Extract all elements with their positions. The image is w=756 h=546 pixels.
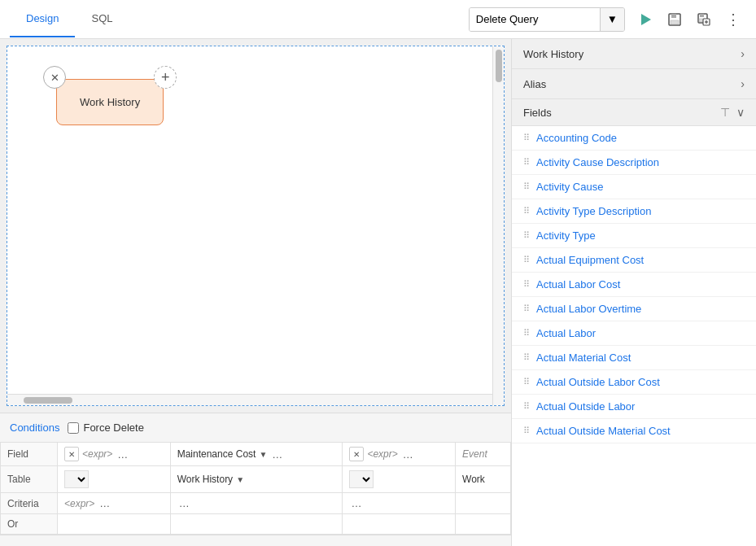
field-item-label: Actual Outside Labor Cost	[536, 376, 660, 388]
criteria-cell-1: <expr> …	[58, 493, 171, 514]
run-icon	[638, 12, 653, 27]
list-item[interactable]: ⠿ Accounting Code	[512, 126, 756, 151]
list-item[interactable]: ⠿ Actual Outside Labor	[512, 395, 756, 419]
field-cell-3: ✕ <expr> …	[343, 443, 456, 466]
svg-rect-5	[700, 14, 704, 17]
save-icon	[667, 12, 682, 27]
save-as-icon	[697, 12, 711, 27]
table-select-1[interactable]	[64, 470, 89, 488]
toolbar-icons: ⋮	[633, 7, 746, 32]
table-value-2: Work History	[177, 474, 233, 485]
drag-handle-icon: ⠿	[523, 181, 530, 192]
tab-sql[interactable]: SQL	[75, 1, 129, 37]
canvas-vscrollbar[interactable]	[492, 46, 504, 405]
force-delete-checkbox-wrap: Force Delete	[68, 422, 143, 434]
field-item-label: Actual Labor Overtime	[536, 303, 641, 315]
list-item[interactable]: ⠿ Actual Equipment Cost	[512, 248, 756, 273]
table-cell-4: Work	[456, 466, 511, 493]
criteria-dots-1[interactable]: …	[98, 497, 111, 509]
drag-handle-icon: ⠿	[523, 133, 530, 143]
canvas-vscroll-thumb[interactable]	[496, 50, 502, 82]
table-row: Field ✕ <expr> … Maintenance Cost ▼	[1, 443, 511, 466]
table-cell-1	[58, 466, 171, 493]
field-cell-4: Event	[456, 443, 511, 466]
field-item-label: Activity Type	[536, 229, 596, 242]
list-item[interactable]: ⠿ Actual Outside Material Cost	[512, 419, 756, 443]
fields-chevron[interactable]: ∨	[736, 106, 745, 119]
field-dots-button-3[interactable]: …	[401, 448, 415, 461]
field-header: Field	[1, 443, 58, 466]
field-clear-button-1[interactable]: ✕	[64, 447, 79, 461]
filter-icon[interactable]: ⊤	[720, 106, 730, 119]
drag-handle-icon: ⠿	[523, 279, 530, 290]
right-work-history-header[interactable]: Work History ›	[512, 39, 756, 69]
field-cell-1: ✕ <expr> …	[58, 443, 171, 466]
work-history-node[interactable]: ✕ Work History +	[56, 79, 164, 125]
right-work-history-chevron: ›	[741, 47, 745, 60]
or-header: Or	[1, 514, 58, 535]
field-item-label: Actual Labor Cost	[536, 278, 620, 290]
fields-list[interactable]: ⠿ Accounting Code ⠿ Activity Cause Descr…	[512, 126, 756, 546]
drag-handle-icon: ⠿	[523, 377, 530, 387]
node-box[interactable]: Work History	[56, 79, 164, 125]
field-value-2: Maintenance Cost	[177, 448, 256, 460]
canvas-hscroll-thumb[interactable]	[24, 397, 72, 404]
right-work-history-title: Work History	[523, 48, 583, 60]
drag-handle-icon: ⠿	[523, 352, 530, 363]
drag-handle-icon: ⠿	[523, 206, 530, 216]
list-item[interactable]: ⠿ Actual Material Cost	[512, 346, 756, 370]
save-as-button[interactable]	[692, 9, 716, 30]
field-item-label: Accounting Code	[536, 132, 617, 144]
svg-marker-0	[641, 14, 651, 25]
criteria-dots-2[interactable]: …	[177, 497, 191, 509]
table-row: Or	[1, 514, 511, 535]
drag-handle-icon: ⠿	[523, 328, 530, 339]
conditions-table-wrap[interactable]: Field ✕ <expr> … Maintenance Cost ▼	[0, 442, 511, 535]
node-add-button[interactable]: +	[154, 66, 177, 89]
or-cell-3	[343, 514, 456, 535]
force-delete-checkbox[interactable]	[68, 422, 79, 434]
list-item[interactable]: ⠿ Activity Type Description	[512, 199, 756, 224]
list-item[interactable]: ⠿ Actual Labor	[512, 321, 756, 346]
right-alias-header[interactable]: Alias ›	[512, 69, 756, 99]
table-row: Table Work History ▼	[1, 466, 511, 493]
plus-icon: +	[161, 69, 170, 86]
run-button[interactable]	[633, 9, 658, 30]
field-clear-button-3[interactable]: ✕	[349, 447, 364, 461]
list-item[interactable]: ⠿ Actual Labor Cost	[512, 273, 756, 297]
more-button[interactable]: ⋮	[721, 7, 746, 32]
field-dots-button-1[interactable]: …	[116, 448, 129, 461]
save-button[interactable]	[662, 9, 687, 30]
table-dropdown-2[interactable]: ▼	[236, 475, 244, 484]
node-close-button[interactable]: ✕	[43, 66, 66, 89]
query-name-input[interactable]	[470, 8, 600, 31]
conditions-label: Conditions	[10, 422, 59, 434]
field-item-label: Actual Material Cost	[536, 352, 631, 364]
field-item-label: Actual Labor	[536, 327, 596, 339]
field-item-label: Activity Cause	[536, 181, 603, 193]
field-dots-button-2[interactable]: …	[270, 448, 284, 461]
main-layout: ✕ Work History + Conditions	[0, 39, 756, 546]
canvas-hscrollbar[interactable]	[7, 394, 492, 405]
force-delete-label: Force Delete	[83, 422, 143, 434]
criteria-expr-1: <expr>	[64, 498, 94, 509]
criteria-dots-3[interactable]: …	[349, 497, 363, 509]
svg-rect-3	[671, 20, 679, 24]
drag-handle-icon: ⠿	[523, 304, 530, 314]
list-item[interactable]: ⠿ Actual Labor Overtime	[512, 297, 756, 321]
tab-design[interactable]: Design	[10, 1, 75, 37]
drag-handle-icon: ⠿	[523, 426, 530, 436]
list-item[interactable]: ⠿ Activity Cause	[512, 175, 756, 199]
list-item[interactable]: ⠿ Activity Cause Description	[512, 151, 756, 175]
canvas-area[interactable]: ✕ Work History +	[7, 46, 505, 406]
bottom-scrollbar[interactable]	[0, 535, 511, 546]
list-item[interactable]: ⠿ Activity Type	[512, 224, 756, 248]
field-dropdown-2[interactable]: ▼	[259, 450, 267, 459]
or-cell-4	[456, 514, 511, 535]
top-bar: Design SQL ▼	[0, 0, 756, 39]
list-item[interactable]: ⠿ Actual Outside Labor Cost	[512, 370, 756, 395]
table-select-3[interactable]	[349, 470, 374, 488]
criteria-header: Criteria	[1, 493, 58, 514]
query-dropdown-button[interactable]: ▼	[600, 8, 624, 31]
right-alias-title: Alias	[523, 78, 546, 90]
